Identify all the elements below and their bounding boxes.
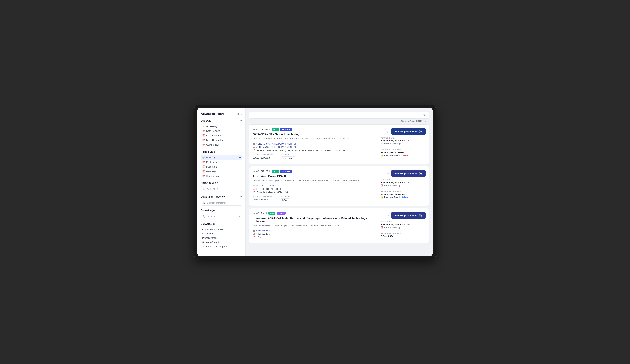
deadline-section-0: RESPONSE DEADLINE 23 Oct, 2024 6:00 PM 🔔… (381, 149, 426, 157)
naics-collapse-icon[interactable]: − (240, 181, 242, 185)
badge-type-2: State (277, 212, 285, 215)
posted-date-label-1: POSTED DATE (381, 179, 426, 181)
set-aside-sources[interactable]: Sources Sought (201, 240, 242, 244)
due-date-item-next3[interactable]: 📅 Next 3 months (201, 133, 242, 138)
naics-info-icon-2[interactable]: ℹ (266, 212, 267, 214)
set-aside-info-icon-1[interactable]: ℹ (288, 199, 288, 201)
card-org-sub-0: 🏛 VETERANS AFFAIRS, DEPARTMENT OF (253, 146, 377, 148)
posted-date-value-2: Tue, 15 Oct, 2024 03:00 AM (381, 223, 426, 226)
due-date-collapse-icon[interactable]: − (240, 119, 242, 122)
due-date-item-active-only[interactable]: ⚡ Active only (201, 124, 242, 129)
org-link-text-1: DEPT OF DEFENSE (256, 185, 276, 187)
set-aside-list-collapse-icon[interactable]: − (240, 222, 242, 225)
posted-date-item-custom[interactable]: 📅 Custom date (201, 174, 242, 178)
next3-label: Next 3 months (206, 134, 221, 137)
due-date-item-next30[interactable]: 📅 Next 30 days (201, 129, 242, 133)
sol-group-0: SOLICITATION NUMBER 36C25725Q0023 (253, 154, 276, 160)
posted-date-section-0: POSTED DATE Tue, 15 Oct, 2024 03:00 AM 📅… (381, 137, 426, 147)
naics-info-icon-0[interactable]: ℹ (269, 128, 270, 131)
naics-input[interactable] (201, 186, 242, 192)
posted-date-item-year[interactable]: 📅 Past year (201, 169, 242, 174)
star-icon-1[interactable]: ☆ (387, 171, 390, 175)
filter-section-set-aside-input: Set Aside(s) − 🔍 ▾ (201, 209, 242, 219)
posted-date-collapse-icon[interactable]: − (240, 150, 242, 153)
department-collapse-icon[interactable]: − (240, 195, 242, 198)
card-right-1: ☆ Add to Opportunities ⊕ POSTED DATE Tue… (381, 170, 426, 202)
org-link-text-2: Administration (256, 230, 270, 232)
naics-title: NAICS Code(s) (201, 182, 218, 184)
card-desc-2: Sourcewell seeks proposals for plastic r… (253, 224, 377, 227)
card-org-sub-2: 🏛 Administration (253, 233, 377, 235)
department-input-wrap: 🔍 (201, 200, 242, 206)
posted-date-item-month[interactable]: 📅 Past month (201, 164, 242, 169)
set-aside-field-value-0: SDVOSBC ℹ (281, 156, 296, 160)
location-text-1: Edwards, California, 93524, USA (256, 191, 288, 194)
set-aside-input[interactable] (201, 214, 242, 219)
card-org-link-0[interactable]: 🏛 VETERANS AFFAIRS, DEPARTMENT OF (253, 143, 377, 145)
due-bell-icon-0: 🔔 (381, 154, 383, 157)
card-org-link-1[interactable]: 🏛 DEPT OF DEFENSE (253, 184, 377, 187)
posted-date-section-2: POSTED DATE Tue, 15 Oct, 2024 03:00 AM 📅… (381, 221, 426, 230)
card-org-link-2[interactable]: 🏛 Administration (253, 230, 377, 232)
set-aside-input-collapse-icon[interactable]: − (240, 209, 242, 212)
set-aside-presolicitation[interactable]: Presolicitation (201, 236, 242, 240)
opportunity-card-2: NAICS: N/A ℹ NEW State Sourcewell # 1203… (249, 208, 429, 243)
set-aside-badge-1: SBA ℹ (281, 198, 290, 202)
add-to-opportunities-button-0[interactable]: Add to Opportunities ⊕ (391, 128, 426, 135)
set-aside-input-header: Set Aside(s) − (201, 209, 242, 212)
badge-type-1: Federal (280, 170, 292, 173)
card-desc-0: Contract amendment extends quote deadlin… (253, 137, 377, 140)
card-left-2: NAICS: N/A ℹ NEW State Sourcewell # 1203… (253, 212, 377, 239)
card-right-top-0: ☆ Add to Opportunities ⊕ (387, 128, 426, 135)
card-title-0: J045--NEW- NTX Sewer Line Jetting (253, 133, 377, 136)
posted-date-title: Posted Date (201, 150, 215, 153)
department-input[interactable] (201, 200, 242, 206)
search-icon: 🔍 (423, 113, 426, 117)
set-aside-info-icon-0[interactable]: ℹ (294, 157, 294, 160)
clear-button[interactable]: Clear (237, 113, 242, 115)
filter-section-naics: NAICS Code(s) − 🔍 (201, 181, 242, 192)
next30-label: Next 30 days (206, 130, 220, 132)
deadline-label-2: RESPONSE DEADLINE (381, 233, 426, 234)
org-sub-icon-2: 🏛 (253, 233, 255, 235)
posted-date-label-0: POSTED DATE (381, 137, 426, 139)
posted-custom-label: Custom date (206, 175, 220, 177)
naics-value-2: N/A (261, 212, 265, 214)
set-aside-search-icon: 🔍 (202, 215, 205, 218)
card-left-1: NAICS: 325120 ℹ NEW Federal AFRL West Ga… (253, 170, 377, 202)
location-icon-2: 📍 (253, 236, 256, 239)
set-aside-combined[interactable]: Combined Synopsis (201, 227, 242, 231)
next30-icon: 📅 (202, 130, 205, 132)
location-icon-0: 📍 (253, 149, 256, 152)
card-title-2: Sourcewell # 120324 Plastic Refuse and R… (253, 217, 377, 223)
naics-info-icon-1[interactable]: ℹ (269, 170, 270, 173)
add-to-opportunities-button-2[interactable]: Add to Opportunities ⊕ (391, 212, 426, 219)
star-icon-0[interactable]: ☆ (387, 130, 390, 133)
card-right-top-2: ☆ Add to Opportunities ⊕ (387, 212, 426, 219)
search-input[interactable] (252, 114, 423, 116)
set-aside-solicitation[interactable]: Solicitation (201, 231, 242, 236)
naics-header: NAICS Code(s) − (201, 181, 242, 185)
naics-value-0: 562998 (261, 128, 268, 131)
deadline-label-1: RESPONSE DEADLINE (381, 191, 426, 193)
star-icon-2[interactable]: ☆ (387, 213, 390, 217)
due-date-item-next12[interactable]: 📅 Next 12 months (201, 138, 242, 143)
posted-date-item-day[interactable]: 🕐 Past day (201, 155, 242, 160)
due-date-item-custom[interactable]: 📅 Custom date (201, 143, 242, 147)
org-icon-0: 🏛 (253, 143, 255, 145)
set-aside-surplus[interactable]: Sale of Surplus Property (201, 244, 242, 249)
card-left-0: NAICS: 562998 ℹ NEW Federal J045--NEW- N… (253, 128, 377, 160)
due-date-header: Due Date − (201, 119, 242, 122)
set-aside-field-value-1: SBA ℹ (281, 198, 291, 202)
past-month-icon: 📅 (202, 165, 205, 168)
deadline-date-0: 23 Oct, 2024 6:00 PM (381, 151, 426, 154)
set-aside-badge-0: SDVOSBC ℹ (281, 156, 296, 160)
due-days-1: in 8 days (399, 196, 408, 199)
custom-date-icon: 📅 (202, 144, 205, 146)
posted-date-item-week[interactable]: 📅 Past week (201, 160, 242, 164)
add-to-opportunities-button-1[interactable]: Add to Opportunities ⊕ (391, 170, 426, 177)
card-top-row-2: NAICS: N/A ℹ NEW State (253, 212, 377, 215)
add-btn-label-1: Add to Opportunities (394, 172, 418, 175)
posted-cal-icon-0: 📅 (381, 143, 383, 145)
card-top-row-1: NAICS: 325120 ℹ NEW Federal (253, 170, 377, 173)
